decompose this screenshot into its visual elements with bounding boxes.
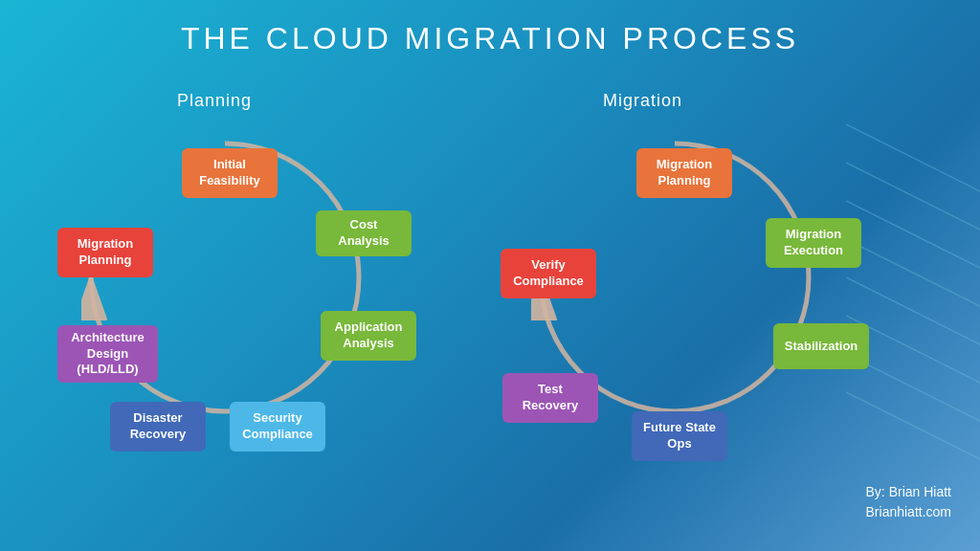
- attribution-line1: By: Brian Hiatt: [866, 482, 951, 502]
- migration-section-label: Migration: [603, 91, 682, 111]
- test-recovery-box: Test Recovery: [502, 373, 598, 423]
- stabilization-box: Stabilization: [773, 323, 869, 369]
- svg-line-5: [846, 239, 980, 306]
- svg-line-4: [846, 201, 980, 268]
- svg-line-2: [846, 124, 980, 191]
- application-analysis-box: Application Analysis: [321, 311, 416, 361]
- initial-feasibility-box: Initial Feasibility: [182, 148, 278, 198]
- cost-analysis-box: Cost Analysis: [316, 210, 412, 256]
- migration-execution-box: Migration Execution: [766, 218, 861, 268]
- attribution-line2: Brianhiatt.com: [866, 502, 951, 522]
- svg-line-3: [846, 163, 980, 230]
- architecture-design-box: Architecture Design (HLD/LLD): [57, 325, 158, 383]
- verify-compliance-box: Verify Compliance: [501, 249, 596, 298]
- migration-planning-right-box: Migration Planning: [636, 148, 732, 198]
- disaster-recovery-box: Disaster Recovery: [110, 402, 206, 452]
- attribution: By: Brian Hiatt Brianhiatt.com: [866, 482, 951, 522]
- decorative-lines: [846, 0, 980, 551]
- planning-section-label: Planning: [177, 91, 252, 111]
- svg-line-9: [846, 392, 980, 459]
- security-compliance-box: Security Compliance: [230, 402, 325, 452]
- page-title: THE CLOUD MIGRATION PROCESS: [0, 0, 980, 56]
- migration-planning-left-box: Migration Planning: [57, 228, 153, 277]
- future-state-ops-box: Future State Ops: [632, 411, 727, 461]
